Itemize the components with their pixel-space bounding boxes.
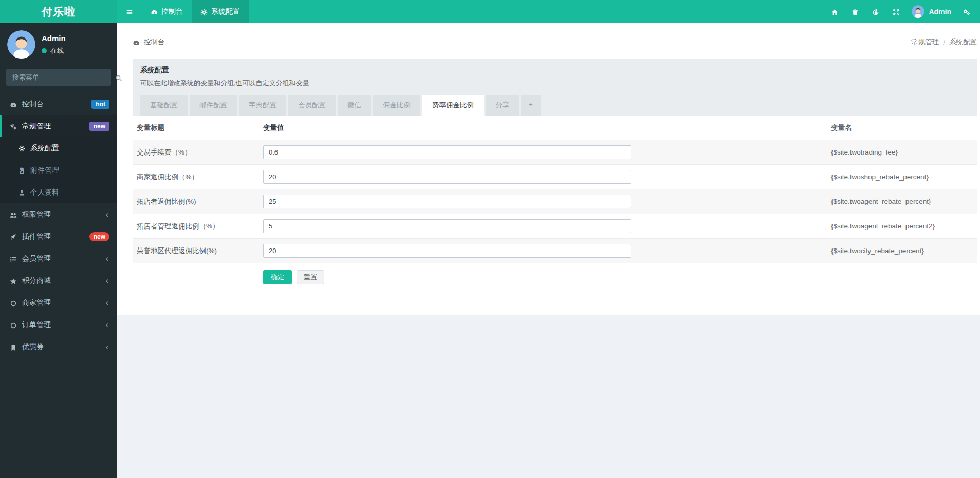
sidebar-item-plugins[interactable]: 插件管理 new (0, 225, 117, 247)
variable-name: {$site.twotrading_fee} (831, 148, 977, 156)
variable-title: 商家返佣比例（%） (133, 173, 263, 182)
topbar-user-name: Admin (929, 8, 951, 16)
variable-value-input[interactable] (263, 219, 631, 233)
fullscreen-button[interactable] (886, 0, 907, 23)
sidebar-user-panel: Admin 在线 (0, 23, 117, 64)
sidebar-item-points-mall[interactable]: 积分商城 (0, 270, 117, 292)
clear-cache-button[interactable] (865, 0, 886, 23)
chevron-left-icon (106, 299, 108, 307)
add-tab-button[interactable]: + (521, 95, 541, 116)
panel-heading: 系统配置 可以在此增改系统的变量和分组,也可以自定义分组和变量 基础配置 邮件配… (133, 59, 977, 116)
star-icon (10, 276, 22, 284)
sidebar-item-system-config[interactable]: 系统配置 (0, 137, 117, 159)
sidebar-user-name: Admin (42, 34, 66, 43)
settings-gears-icon (963, 7, 970, 15)
table-row: 荣誉地区代理返佣比例(%) {$site.twocity_rebate_perc… (133, 239, 977, 263)
trash-icon (852, 7, 859, 15)
sidebar-item-label: 个人资料 (30, 188, 59, 197)
search-button[interactable] (109, 73, 128, 81)
rocket-icon (10, 232, 22, 240)
brand-logo[interactable]: 付乐啦 (0, 0, 117, 23)
sidebar-toggle-button[interactable] (117, 0, 142, 23)
sidebar-item-label: 常规管理 (22, 122, 51, 131)
chevron-left-icon (106, 321, 108, 329)
topbar-actions: Admin (824, 0, 980, 23)
settings-button[interactable] (956, 0, 977, 23)
sidebar-item-label: 系统配置 (30, 144, 59, 153)
column-header-title: 变量标题 (133, 123, 263, 132)
sidebar-item-console[interactable]: 控制台 hot (0, 93, 117, 115)
tab-member-config[interactable]: 会员配置 (288, 95, 336, 116)
sidebar-item-orders[interactable]: 订单管理 (0, 314, 117, 336)
sidebar-item-general[interactable]: 常规管理 new (0, 115, 117, 137)
avatar (912, 5, 924, 18)
tab-commission-ratio[interactable]: 佣金比例 (373, 95, 420, 116)
column-header-value: 变量值 (263, 123, 831, 132)
variable-name: {$site.twoshop_rebate_percent} (831, 173, 977, 181)
tab-rate-commission-ratio[interactable]: 费率佣金比例 (422, 95, 484, 116)
sidebar-item-attachments[interactable]: 附件管理 (0, 159, 117, 181)
variable-title: 拓店者返佣比例(%) (133, 197, 263, 206)
sidebar-item-members[interactable]: 会员管理 (0, 247, 117, 270)
content-header: 控制台 常规管理 / 系统配置 (133, 23, 977, 59)
cogs-icon (10, 122, 22, 130)
sidebar-item-profile[interactable]: 个人资料 (0, 181, 117, 203)
new-badge: new (89, 232, 109, 241)
variable-value-input[interactable] (263, 145, 631, 159)
sidebar: Admin 在线 控制台 hot 常规管理 new (0, 23, 117, 478)
breadcrumb-separator: / (943, 39, 945, 46)
table-row: 拓店者管理返佣比例（%） {$site.twoagent_rebate_perc… (133, 214, 977, 239)
content-area: 控制台 常规管理 / 系统配置 系统配置 可以在此增改系统的变量和分组,也可以自… (117, 23, 980, 315)
variable-value-input[interactable] (263, 195, 631, 208)
topbar-user-menu[interactable]: Admin (907, 5, 956, 18)
menu-icon (126, 7, 133, 15)
variable-title: 拓店者管理返佣比例（%） (133, 222, 263, 231)
home-button[interactable] (824, 0, 845, 23)
table-row: 商家返佣比例（%） {$site.twoshop_rebate_percent} (133, 165, 977, 189)
topnav-tab-label: 控制台 (161, 7, 183, 16)
circle-icon (10, 320, 22, 329)
topnav-tab-console[interactable]: 控制台 (142, 0, 192, 23)
sidebar-item-label: 权限管理 (22, 210, 51, 219)
reset-button[interactable]: 重置 (297, 270, 324, 284)
user-status: 在线 (42, 46, 66, 55)
clear-cache-icon (872, 7, 879, 15)
variable-value-input[interactable] (263, 244, 631, 258)
tab-share[interactable]: 分享 (486, 95, 519, 116)
variable-value-input[interactable] (263, 170, 631, 184)
sidebar-item-label: 商家管理 (22, 298, 51, 308)
search-input[interactable] (6, 73, 109, 81)
system-config-panel: 系统配置 可以在此增改系统的变量和分组,也可以自定义分组和变量 基础配置 邮件配… (133, 59, 977, 315)
chevron-left-icon (106, 255, 108, 263)
column-header-name: 变量名 (831, 123, 977, 132)
panel-footer-spacer (133, 295, 977, 315)
gear-icon (19, 144, 30, 152)
tab-basic-config[interactable]: 基础配置 (140, 95, 188, 116)
variable-name: {$site.twocity_rebate_percent} (831, 247, 977, 255)
dashboard-icon (151, 7, 158, 15)
confirm-button[interactable]: 确定 (263, 270, 292, 284)
circle-icon (10, 298, 22, 307)
breadcrumb-link-system-config[interactable]: 系统配置 (949, 37, 977, 47)
tab-dictionary-config[interactable]: 字典配置 (239, 95, 286, 116)
table-header-row: 变量标题 变量值 变量名 (133, 116, 977, 140)
chevron-left-icon (106, 277, 108, 285)
sidebar-item-label: 优惠券 (22, 342, 44, 352)
trash-button[interactable] (845, 0, 865, 23)
tab-mail-config[interactable]: 邮件配置 (190, 95, 237, 116)
online-status-dot (42, 48, 47, 53)
hot-badge: hot (91, 100, 109, 109)
file-image-icon (19, 166, 30, 175)
topnav-tab-label: 系统配置 (211, 7, 240, 16)
breadcrumb-link-general[interactable]: 常规管理 (911, 37, 939, 47)
search-icon (115, 73, 122, 81)
page-description: 可以在此增改系统的变量和分组,也可以自定义分组和变量 (140, 79, 969, 88)
sidebar-item-label: 控制台 (22, 100, 44, 109)
topnav-tab-system-config[interactable]: 系统配置 (192, 0, 249, 23)
breadcrumb-current: 控制台 (144, 37, 165, 47)
sidebar-item-merchants[interactable]: 商家管理 (0, 292, 117, 314)
table-row: 交易手续费（%） {$site.twotrading_fee} (133, 140, 977, 165)
tab-wechat[interactable]: 微信 (338, 95, 371, 116)
sidebar-item-permissions[interactable]: 权限管理 (0, 203, 117, 225)
sidebar-item-coupons[interactable]: 优惠券 (0, 336, 117, 358)
